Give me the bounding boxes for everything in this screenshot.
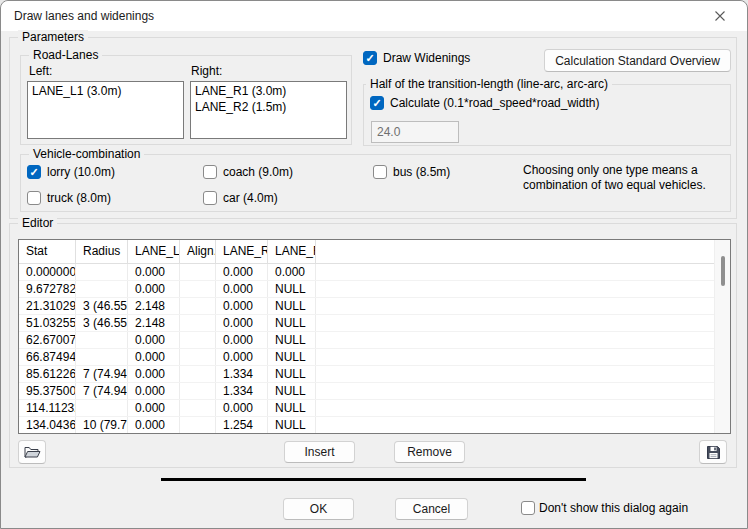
table-cell[interactable]: 66.874946 <box>19 349 76 365</box>
table-cell[interactable]: 85.612265 <box>19 366 76 382</box>
table-cell[interactable]: 7 (74.949) <box>76 383 128 399</box>
bus-checkbox[interactable]: bus (8.5m) <box>373 165 450 179</box>
table-scrollbar[interactable] <box>714 240 730 433</box>
table-cell[interactable]: NULL <box>268 383 316 399</box>
checkbox-box[interactable] <box>203 191 217 205</box>
table-cell[interactable]: 3 (46.550) <box>76 298 128 314</box>
table-cell[interactable]: 3 (46.550) <box>76 315 128 331</box>
table-cell[interactable]: 21.310293 <box>19 298 76 314</box>
table-row[interactable]: 9.6727820.0000.000NULL <box>19 281 730 298</box>
table-cell[interactable] <box>180 315 216 331</box>
checkbox-box[interactable] <box>521 501 535 515</box>
coach-checkbox[interactable]: coach (9.0m) <box>203 165 293 179</box>
column-header[interactable]: LANE_R1 <box>216 240 268 263</box>
column-header[interactable]: LANE_R2 <box>268 240 316 263</box>
table-cell[interactable]: 0.000 <box>128 400 180 416</box>
table-cell[interactable]: 0.000 <box>128 264 180 280</box>
table-cell[interactable]: 7 (74.949) <box>76 366 128 382</box>
truck-checkbox[interactable]: truck (8.0m) <box>27 191 111 205</box>
table-cell[interactable]: 62.670070 <box>19 332 76 348</box>
table-cell[interactable]: 1.334 <box>216 383 268 399</box>
table-cell[interactable]: 0.000 <box>216 400 268 416</box>
list-item[interactable]: LANE_R2 (1.5m) <box>191 99 346 115</box>
table-cell[interactable]: 0.000 <box>216 298 268 314</box>
table-cell[interactable]: 0.000 <box>128 366 180 382</box>
draw-widenings-checkbox[interactable]: Draw Widenings <box>363 51 470 65</box>
table-cell[interactable]: 0.000 <box>216 315 268 331</box>
table-cell[interactable] <box>76 264 128 280</box>
calculation-standard-overview-button[interactable]: Calculation Standard Overview <box>544 49 731 72</box>
table-cell[interactable]: 0.000 <box>128 332 180 348</box>
table-cell[interactable]: 0.000000 <box>19 264 76 280</box>
table-cell[interactable]: NULL <box>268 281 316 297</box>
table-cell[interactable] <box>76 349 128 365</box>
scrollbar-thumb[interactable] <box>721 256 725 286</box>
table-cell[interactable]: 2.148 <box>128 315 180 331</box>
table-cell[interactable]: NULL <box>268 332 316 348</box>
lorry-checkbox[interactable]: lorry (10.0m) <box>27 165 115 179</box>
table-cell[interactable] <box>180 264 216 280</box>
insert-button[interactable]: Insert <box>284 441 355 463</box>
table-cell[interactable]: NULL <box>268 315 316 331</box>
table-cell[interactable]: 0.000 <box>268 264 316 280</box>
table-row[interactable]: 51.0325593 (46.550)2.1480.000NULL <box>19 315 730 332</box>
table-cell[interactable]: 0.000 <box>216 349 268 365</box>
table-cell[interactable]: 0.000 <box>216 264 268 280</box>
checkbox-box[interactable] <box>363 51 377 65</box>
table-cell[interactable] <box>180 383 216 399</box>
table-cell[interactable] <box>180 349 216 365</box>
table-row[interactable]: 21.3102933 (46.550)2.1480.000NULL <box>19 298 730 315</box>
table-cell[interactable]: 0.000 <box>128 281 180 297</box>
table-cell[interactable]: 114.112326 <box>19 400 76 416</box>
browse-button[interactable] <box>18 440 46 464</box>
column-header[interactable]: LANE_L1 <box>128 240 180 263</box>
table-cell[interactable]: 0.000 <box>216 332 268 348</box>
table-cell[interactable] <box>180 332 216 348</box>
table-cell[interactable]: 1.254 <box>216 417 268 433</box>
column-header[interactable]: Radius <box>76 240 128 263</box>
save-button[interactable] <box>699 440 727 464</box>
table-cell[interactable]: 10 (79.725) <box>76 417 128 433</box>
table-cell[interactable]: 95.375007 <box>19 383 76 399</box>
table-cell[interactable] <box>180 298 216 314</box>
table-cell[interactable]: 0.000 <box>128 383 180 399</box>
checkbox-box[interactable] <box>203 165 217 179</box>
table-cell[interactable]: NULL <box>268 298 316 314</box>
left-lane-list[interactable]: LANE_L1 (3.0m) <box>27 81 184 139</box>
table-cell[interactable]: 0.000 <box>128 417 180 433</box>
table-cell[interactable] <box>180 417 216 433</box>
table-row[interactable]: 85.6122657 (74.949)0.0001.334NULL <box>19 366 730 383</box>
remove-button[interactable]: Remove <box>394 441 465 463</box>
table-row[interactable]: 62.6700700.0000.000NULL <box>19 332 730 349</box>
table-cell[interactable]: 9.672782 <box>19 281 76 297</box>
table-cell[interactable] <box>180 400 216 416</box>
close-button[interactable] <box>705 5 735 27</box>
table-row[interactable]: 114.1123260.0000.000NULL <box>19 400 730 417</box>
table-cell[interactable]: 0.000 <box>128 349 180 365</box>
table-cell[interactable]: 134.043606 <box>19 417 76 433</box>
dont-show-again-checkbox[interactable]: Don't show this dialog again <box>521 501 688 515</box>
table-cell[interactable] <box>76 400 128 416</box>
table-cell[interactable]: 51.032559 <box>19 315 76 331</box>
cancel-button[interactable]: Cancel <box>395 498 468 520</box>
checkbox-box[interactable] <box>27 191 41 205</box>
table-row[interactable]: 0.0000000.0000.0000.000 <box>19 264 730 281</box>
table-cell[interactable]: NULL <box>268 417 316 433</box>
table-cell[interactable]: NULL <box>268 366 316 382</box>
right-lane-list[interactable]: LANE_R1 (3.0m)LANE_R2 (1.5m) <box>190 81 347 139</box>
table-cell[interactable] <box>180 366 216 382</box>
column-header[interactable]: Stat <box>19 240 76 263</box>
car-checkbox[interactable]: car (4.0m) <box>203 191 278 205</box>
table-cell[interactable] <box>76 332 128 348</box>
table-cell[interactable]: 2.148 <box>128 298 180 314</box>
checkbox-box[interactable] <box>370 96 384 110</box>
table-cell[interactable] <box>180 281 216 297</box>
table-row[interactable]: 95.3750077 (74.949)0.0001.334NULL <box>19 383 730 400</box>
checkbox-box[interactable] <box>27 165 41 179</box>
table-cell[interactable]: 1.334 <box>216 366 268 382</box>
list-item[interactable]: LANE_R1 (3.0m) <box>191 83 346 99</box>
column-header[interactable]: Align... <box>180 240 216 263</box>
table-cell[interactable] <box>76 281 128 297</box>
table-cell[interactable]: NULL <box>268 400 316 416</box>
table-cell[interactable]: 0.000 <box>216 281 268 297</box>
